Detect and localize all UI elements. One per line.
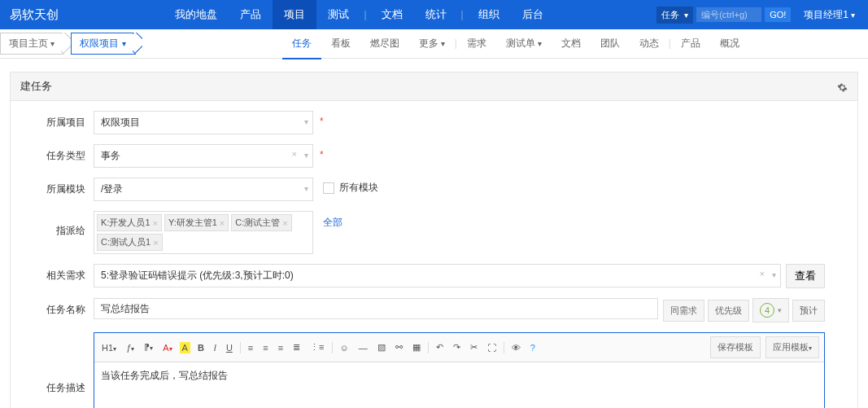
crumb-bar: 项目主页 ▾ 权限项目 ▾ 任务 看板 燃尽图 更多▾ | 需求 测试单▾ 文档…: [0, 29, 868, 59]
table-tool[interactable]: ▦: [410, 340, 423, 354]
search-go-button[interactable]: GO!: [765, 7, 791, 22]
crumb-project[interactable]: 权限项目 ▾: [71, 33, 135, 55]
rich-editor: H1▾ ƒ▾ ⁋▾ A▾ A B I U ≡ ≡ ≡ ≣ ⋮≡: [94, 332, 825, 408]
help-tool[interactable]: ?: [528, 341, 538, 354]
tab-testsheet[interactable]: 测试单▾: [496, 29, 552, 59]
top-bar: 易软天创 我的地盘 产品 项目 测试 | 文档 统计 | 组织 后台 任务 ▾ …: [0, 0, 868, 29]
view-story-button[interactable]: 查看: [786, 264, 825, 288]
ordered-list-tool[interactable]: ≣: [290, 340, 303, 354]
chevron-down-icon: ▾: [304, 184, 308, 193]
emoji-tool[interactable]: ☺: [338, 341, 351, 354]
remove-tag-icon[interactable]: ×: [282, 218, 287, 228]
tab-dynamic[interactable]: 动态: [630, 29, 669, 59]
redo-tool[interactable]: ↷: [451, 340, 463, 354]
story-select[interactable]: 5:登录验证码错误提示 (优先级:3,预计工时:0): [94, 264, 781, 287]
form-panel: 建任务 所属项目 权限项目 ▾ * 任务类型 事务 × ▾ * 所属模块: [10, 72, 858, 408]
editor-body[interactable]: 当该任务完成后，写总结报告: [94, 362, 824, 408]
name-label: 任务名称: [43, 298, 94, 317]
nav-project[interactable]: 项目: [273, 0, 316, 29]
user-menu[interactable]: 项目经理1▾: [797, 8, 861, 22]
tab-product[interactable]: 产品: [671, 29, 710, 59]
all-modules-label: 所有模块: [339, 181, 378, 195]
align-center-tool[interactable]: ≡: [260, 341, 270, 354]
source-tool[interactable]: ✂: [468, 340, 480, 354]
remove-tag-icon[interactable]: ×: [220, 218, 225, 228]
assignee-tags[interactable]: K:开发人员1 × Y:研发主管1 × C:测试主管 × C:测试人员1 ×: [94, 211, 313, 254]
search-input[interactable]: [696, 7, 761, 22]
tab-task[interactable]: 任务: [282, 29, 321, 59]
module-label: 所属模块: [43, 178, 94, 196]
sub-tabs: 任务 看板 燃尽图 更多▾ | 需求 测试单▾ 文档 团队 动态 | 产品 概况: [282, 29, 749, 59]
crumb-home[interactable]: 项目主页 ▾: [0, 33, 64, 55]
tab-team[interactable]: 团队: [591, 29, 630, 59]
fontcolor-tool[interactable]: A▾: [160, 341, 174, 354]
same-story-button[interactable]: 同需求: [663, 300, 704, 322]
hr-tool[interactable]: —: [356, 341, 370, 354]
clear-icon[interactable]: ×: [760, 269, 765, 279]
heading-tool[interactable]: H1▾: [99, 341, 119, 354]
tab-more[interactable]: 更多▾: [409, 29, 455, 59]
story-label: 相关需求: [43, 264, 94, 283]
type-select[interactable]: 事务: [94, 144, 313, 168]
nav-product[interactable]: 产品: [229, 0, 273, 29]
fullscreen-tool[interactable]: ⛶: [485, 341, 499, 354]
tab-kanban[interactable]: 看板: [321, 29, 360, 59]
remove-tag-icon[interactable]: ×: [153, 218, 158, 228]
project-select[interactable]: 权限项目: [94, 111, 313, 134]
tab-burn[interactable]: 燃尽图: [360, 29, 409, 59]
chevron-down-icon: ▾: [304, 151, 308, 160]
nav-admin[interactable]: 后台: [511, 0, 555, 29]
italic-tool[interactable]: I: [212, 341, 219, 354]
align-left-tool[interactable]: ≡: [246, 341, 255, 354]
nav-mydisk[interactable]: 我的地盘: [164, 0, 229, 29]
font-tool[interactable]: ƒ▾: [124, 341, 137, 354]
chevron-down-icon: ▾: [304, 117, 308, 126]
undo-tool[interactable]: ↶: [434, 340, 446, 354]
nav-org[interactable]: 组织: [467, 0, 511, 29]
top-nav: 我的地盘 产品 项目 测试 | 文档 统计 | 组织 后台: [164, 0, 554, 29]
assignee-tag: C:测试人员1 ×: [97, 234, 163, 251]
underline-tool[interactable]: U: [224, 341, 235, 354]
gear-icon[interactable]: [837, 80, 848, 92]
estimate-button[interactable]: 预计: [792, 300, 825, 322]
assignee-tag: K:开发人员1 ×: [97, 214, 162, 231]
apply-template-button[interactable]: 应用模板▾: [765, 336, 819, 358]
tab-demand[interactable]: 需求: [457, 29, 496, 59]
assign-label: 指派给: [43, 211, 94, 238]
nav-divider: |: [360, 0, 369, 29]
priority-button[interactable]: 优先级: [708, 300, 749, 322]
nav-divider: |: [458, 0, 467, 29]
tab-overview[interactable]: 概况: [710, 29, 749, 59]
nav-test[interactable]: 测试: [316, 0, 360, 29]
bold-tool[interactable]: B: [195, 341, 207, 354]
brand: 易软天创: [0, 7, 68, 23]
fontsize-tool[interactable]: ⁋▾: [142, 340, 155, 354]
assignee-tag: C:测试主管 ×: [231, 214, 291, 231]
type-label: 任务类型: [43, 144, 94, 163]
save-template-button[interactable]: 保存模板: [710, 336, 761, 358]
module-select[interactable]: /登录: [94, 178, 313, 201]
image-tool[interactable]: ▧: [375, 340, 388, 354]
nav-stats[interactable]: 统计: [414, 0, 458, 29]
panel-header: 建任务: [10, 72, 858, 101]
panel-title: 建任务: [20, 79, 52, 94]
panel-body: 所属项目 权限项目 ▾ * 任务类型 事务 × ▾ * 所属模块 /登录 ▾: [10, 101, 858, 408]
assign-all-link[interactable]: 全部: [323, 211, 342, 230]
search-area: 任务 ▾ GO!: [656, 7, 791, 24]
search-type-select[interactable]: 任务 ▾: [656, 7, 693, 24]
clear-icon[interactable]: ×: [292, 149, 297, 159]
desc-label: 任务描述: [43, 332, 94, 395]
highlight-tool[interactable]: A: [180, 342, 190, 353]
all-modules-checkbox[interactable]: [323, 182, 334, 194]
unordered-list-tool[interactable]: ⋮≡: [308, 340, 326, 354]
project-label: 所属项目: [43, 111, 94, 129]
preview-tool[interactable]: 👁: [509, 341, 523, 354]
task-name-input[interactable]: [94, 298, 658, 319]
remove-tag-icon[interactable]: ×: [153, 238, 158, 248]
align-right-tool[interactable]: ≡: [276, 341, 286, 354]
required-icon: *: [320, 111, 324, 127]
priority-value[interactable]: 4 ▾: [752, 298, 789, 322]
nav-doc[interactable]: 文档: [370, 0, 414, 29]
tab-doc[interactable]: 文档: [552, 29, 591, 59]
link-tool[interactable]: ⚯: [393, 340, 405, 354]
